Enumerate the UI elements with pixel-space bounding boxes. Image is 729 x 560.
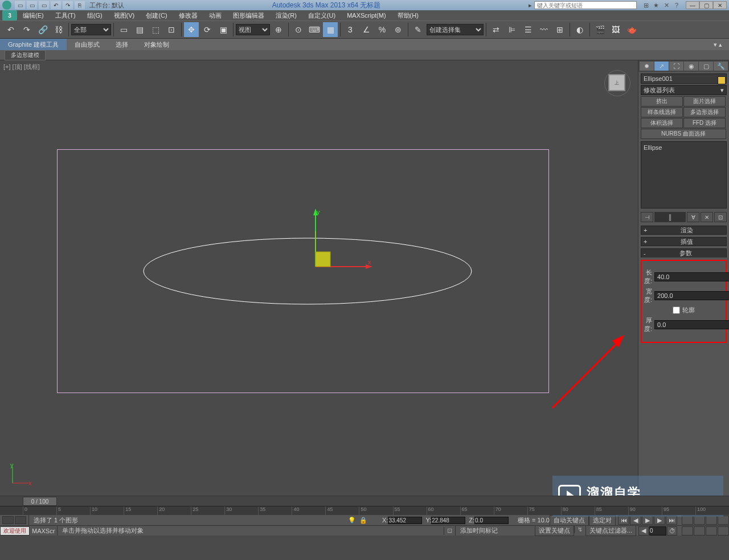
z-input[interactable] (474, 517, 509, 524)
render-icon[interactable]: 🫖 (624, 22, 639, 37)
redo-icon[interactable]: ↷ (63, 1, 73, 9)
configure-sets-icon[interactable]: ⊡ (714, 212, 727, 222)
select-region-icon[interactable]: ⬚ (148, 22, 163, 37)
maxscript-label[interactable]: MAXScr (30, 528, 57, 534)
tab-objectpaint[interactable]: 对象绘制 (136, 39, 177, 50)
align-icon[interactable]: ⊫ (505, 22, 519, 37)
menu-animation[interactable]: 动画 (203, 11, 227, 21)
object-color-swatch[interactable] (718, 76, 726, 84)
keymode-icon[interactable]: ↯ (574, 525, 585, 533)
spinner-snap-icon[interactable]: ⊚ (391, 22, 406, 37)
prev-frame-icon[interactable]: ◀ (630, 516, 641, 525)
script-listener-icon[interactable] (2, 516, 14, 524)
layer-icon[interactable]: ☰ (521, 22, 535, 37)
angle-snap-icon[interactable]: ∠ (359, 22, 374, 37)
outline-checkbox[interactable] (673, 306, 680, 314)
tab-display[interactable]: ▢ (699, 62, 713, 71)
percent-snap-icon[interactable]: % (375, 22, 390, 37)
menu-modifiers[interactable]: 修改器 (173, 11, 203, 21)
pivot-icon[interactable]: ⊕ (271, 22, 286, 37)
lock-icon[interactable]: 💡 (348, 517, 359, 524)
menu-edit[interactable]: 编辑(E) (17, 11, 50, 21)
viewport-nav2-icon[interactable] (694, 516, 705, 525)
timeslider[interactable]: 0 / 100 (0, 496, 729, 506)
select-name-icon[interactable]: ▤ (132, 22, 147, 37)
menu-maxscript[interactable]: MAXScript(M) (341, 11, 391, 19)
poly-modeling-tab[interactable]: 多边形建模 (5, 50, 46, 60)
track-toggle-icon[interactable] (15, 516, 26, 524)
unlink-icon[interactable]: ⛓ (51, 22, 66, 37)
maximize-button[interactable]: ▢ (699, 1, 713, 9)
undo-icon[interactable]: ↶ (3, 22, 18, 37)
mod-nurbs-select[interactable]: NURBS 曲面选择 (641, 129, 726, 139)
schematic-icon[interactable]: ⊞ (552, 22, 567, 37)
timeslider-thumb[interactable]: 0 / 100 (23, 497, 57, 506)
tab-hierarchy[interactable]: ⛶ (669, 62, 683, 71)
scale-icon[interactable]: ▣ (216, 22, 231, 37)
modifier-list-dropdown[interactable]: 修改器列表▾ (641, 85, 727, 95)
viewcube[interactable]: 上 (606, 72, 629, 95)
favorite-icon[interactable]: ✕ (662, 1, 671, 9)
object-name-input[interactable]: Ellipse001 (641, 73, 727, 84)
mod-extrude[interactable]: 挤出 (641, 96, 683, 107)
window-crossing-icon[interactable]: ⊡ (164, 22, 179, 37)
tab-motion[interactable]: ◉ (684, 62, 698, 71)
menu-rendering[interactable]: 渲染(R) (270, 11, 302, 21)
new-file-icon[interactable]: ▭ (15, 1, 25, 9)
tab-modify[interactable]: ↗ (654, 62, 669, 71)
width-spinner[interactable]: ▴▾ (654, 291, 729, 300)
tab-create[interactable]: ✹ (640, 62, 654, 71)
move-gizmo[interactable]: y x (305, 209, 374, 277)
mod-vol-select[interactable]: 体积选择 (641, 118, 683, 128)
tab-utilities[interactable]: 🔧 (714, 62, 728, 71)
link-icon[interactable]: ⎘ (75, 1, 85, 9)
close-button[interactable]: ✕ (713, 1, 727, 9)
help-icon[interactable]: ★ (652, 1, 661, 9)
viewport-nav5-icon[interactable] (682, 526, 693, 536)
info-icon[interactable]: ? (672, 1, 681, 9)
viewport-nav1-icon[interactable] (682, 516, 693, 525)
named-selection-select[interactable]: 创建选择集 (427, 24, 484, 35)
edit-named-icon[interactable]: ✎ (411, 22, 425, 37)
app-menu-icon[interactable]: 3 (2, 10, 17, 21)
search-input[interactable] (534, 1, 637, 9)
resource-icon[interactable]: ⊞ (641, 1, 650, 9)
workspace-label[interactable]: 工作台: 默认 (89, 1, 124, 10)
setkey-button[interactable]: 设置关键点 (535, 525, 574, 536)
mod-ffd-select[interactable]: FFD 选择 (683, 118, 726, 128)
select-object-icon[interactable]: ▭ (116, 22, 131, 37)
snap-3d-icon[interactable]: 3 (343, 22, 358, 37)
tab-selection[interactable]: 选择 (108, 39, 136, 50)
menu-customize[interactable]: 自定义(U) (302, 11, 341, 21)
trackbar[interactable]: 0510152025303540455055606570758085909510… (0, 506, 729, 515)
manipulate-icon[interactable]: ⊙ (291, 22, 306, 37)
undo-icon[interactable]: ↶ (51, 1, 61, 9)
make-unique-icon[interactable]: ∀ (687, 212, 699, 222)
tab-freeform[interactable]: 自由形式 (67, 39, 108, 50)
width-input[interactable] (655, 292, 729, 300)
menu-tools[interactable]: 工具(T) (50, 11, 81, 21)
remove-modifier-icon[interactable]: ✕ (701, 212, 713, 222)
time-input[interactable] (649, 526, 666, 536)
mod-poly-select[interactable]: 多边形选择 (683, 107, 726, 117)
time-prev-icon[interactable]: ◀ (638, 526, 649, 536)
viewport-label[interactable]: [+] [顶] [线框] (3, 63, 40, 71)
thickness-spinner[interactable]: ▴▾ (654, 320, 729, 329)
tab-graphite[interactable]: Graphite 建模工具 (0, 39, 67, 50)
render-setup-icon[interactable]: 🎬 (592, 22, 607, 37)
viewcube-ring-icon[interactable] (604, 70, 630, 96)
goto-start-icon[interactable]: ⏮ (618, 516, 629, 525)
app-icon[interactable] (2, 1, 11, 10)
play-icon[interactable]: ▶ (642, 516, 653, 525)
x-input[interactable] (388, 517, 422, 524)
mod-patch-select[interactable]: 面片选择 (683, 96, 726, 107)
ref-coord-select[interactable]: 视图 (236, 24, 270, 35)
rollout-render-head[interactable]: +渲染 (641, 226, 727, 235)
viewport-nav4-icon[interactable] (718, 516, 729, 525)
keyboard-icon[interactable]: ⌨ (307, 22, 322, 37)
pin-stack-icon[interactable]: ⊣ (641, 212, 653, 222)
rollout-interp-head[interactable]: +插值 (641, 237, 727, 246)
next-frame-icon[interactable]: ▶ (654, 516, 665, 525)
isolate-icon[interactable]: ⊡ (444, 527, 455, 535)
render-frame-icon[interactable]: 🖼 (608, 22, 623, 37)
